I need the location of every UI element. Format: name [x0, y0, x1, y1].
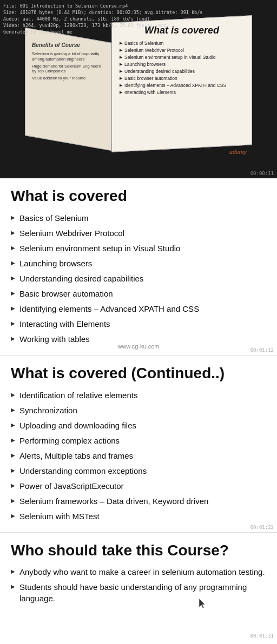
list-item: Power of JavaScriptExecutor [11, 480, 266, 492]
list-item: Identifying elements – Advanced XPATH an… [11, 303, 266, 314]
list-item: Understanding desired capabilities [11, 273, 266, 284]
watermark: www.cg-ku.com [117, 343, 159, 350]
slide-left-title: Benefits of Course [32, 42, 104, 48]
section2-list: Identification of relative elements Sync… [11, 390, 266, 522]
list-item: Basic browser automation [11, 288, 266, 299]
list-item: Students should have basic understanding… [11, 581, 266, 604]
slide-left-item-1: Selenium is gaining a lot of popularity … [32, 51, 104, 62]
section1-list: Basics of Selenium Selenium Webdriver Pr… [11, 212, 266, 345]
slide-right-item-3: Selenium environment setup in Visual Stu… [120, 55, 244, 60]
video-thumbnail: File: 001 Introduction to Selenium Cours… [0, 0, 277, 178]
list-item: Basics of Selenium [11, 212, 266, 224]
section2-title: What is covered (Continued..) [11, 365, 266, 382]
section3-title: Who should take this Course? [11, 542, 266, 559]
list-item: Selenium with MSTest [11, 511, 266, 522]
slide-right-item-4: Launching browsers [120, 62, 244, 67]
slide-right-item-6: Basic browser automation [120, 76, 244, 81]
svg-marker-0 [199, 599, 205, 608]
list-item: Understanding common exceptions [11, 465, 266, 477]
list-item: Interacting with Elements [11, 318, 266, 330]
slide-right-item-2: Selenium Webdriver Protocol [120, 48, 244, 53]
section-what-is-covered-continued: What is covered (Continued..) Identifica… [0, 355, 277, 533]
slide-left-item-2: Huge demand for Selenium Engineers by To… [32, 64, 104, 75]
slide-left-panel: Benefits of Course Selenium is gaining a… [25, 28, 111, 151]
list-item: Selenium environment setup in Visual Stu… [11, 243, 266, 254]
section1-timecode: 00:01:12 [250, 347, 274, 353]
slide-shape: Benefits of Course Selenium is gaining a… [25, 19, 252, 159]
list-item: Identification of relative elements [11, 390, 266, 401]
list-item: Selenium Webdriver Protocol [11, 227, 266, 239]
list-item: Selenium frameworks – Data driven, Keywo… [11, 495, 266, 507]
slide-right-item-7: Identifying elements – Advanced XPATH an… [120, 83, 244, 88]
cursor-icon [199, 599, 207, 611]
list-item: Uploading and downloading files [11, 420, 266, 431]
slide-right-item-8: Interacting with Elements [120, 90, 244, 95]
list-item: Alerts, Multiple tabs and frames [11, 450, 266, 461]
section3-list: Anybody who want to make a career in sel… [11, 566, 266, 604]
section3-timecode: 00:01:31 [250, 633, 274, 639]
list-item: Performing complex actions [11, 435, 266, 446]
list-item: Synchronization [11, 405, 266, 416]
slide: Benefits of Course Selenium is gaining a… [0, 16, 277, 162]
section2-timecode: 00:01:22 [250, 525, 274, 530]
list-item: Launching browsers [11, 258, 266, 269]
slide-right-panel: What is covered Basics of Selenium Selen… [111, 15, 252, 152]
video-timecode: 00:00:11 [250, 171, 274, 176]
udemy-logo: udemy [229, 149, 247, 155]
section-who-should-take: Who should take this Course? Anybody who… [0, 533, 277, 641]
list-item: Anybody who want to make a career in sel… [11, 566, 266, 578]
slide-left-item-3: Value addition to your resume [32, 76, 104, 81]
section-what-is-covered: What is covered Basics of Selenium Selen… [0, 178, 277, 355]
file-info: File: 001 Introduction to Selenium Cours… [3, 3, 202, 35]
section1-title: What is covered [11, 188, 266, 205]
slide-right-item-1: Basics of Selenium [120, 41, 244, 46]
slide-right-item-5: Understanding desired capabilities [120, 69, 244, 74]
